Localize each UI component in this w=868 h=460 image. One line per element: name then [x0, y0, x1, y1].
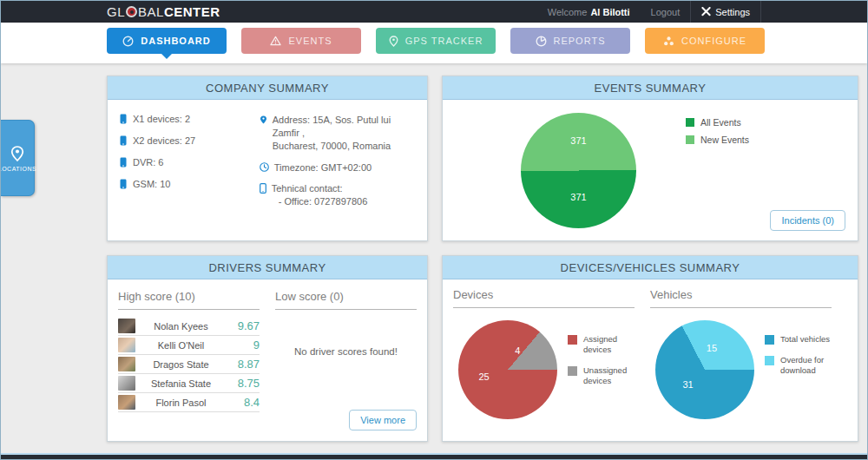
events-pie-chart: 371 371: [521, 113, 636, 228]
driver-score: 8.75: [227, 377, 260, 390]
timezone-row: Timezone: GMT+02:00: [260, 161, 417, 174]
pie-label-assigned: 25: [479, 371, 490, 382]
driver-score: 8.4: [227, 396, 260, 409]
company-summary-title: COMPANY SUMMARY: [108, 76, 427, 100]
legend-item: All Events: [686, 117, 749, 128]
pie-label-unassigned: 4: [515, 345, 520, 356]
legend-swatch: [568, 366, 577, 376]
welcome-label: Welcome: [548, 7, 588, 17]
company-summary-panel: COMPANY SUMMARY X1 devices: 2 X2 devices…: [107, 76, 428, 241]
driver-row[interactable]: Stefania State 8.75: [118, 374, 260, 393]
device-count-row: GSM: 10: [120, 179, 260, 189]
legend-label: Overdue for download: [780, 355, 834, 376]
tab-gps-tracker-label: GPS TRACKER: [405, 36, 483, 46]
driver-avatar: [118, 319, 135, 333]
device-count-row: DVR: 6: [120, 157, 260, 168]
driver-row[interactable]: Nolan Kyees 9.67: [118, 317, 260, 336]
smartphone-icon: [120, 157, 127, 168]
devices-section: Devices 4 25 Assigned devices Unassigned…: [453, 288, 650, 419]
footer-dark-strip: [1, 455, 867, 459]
driver-name: Kelli O'Neil: [135, 340, 227, 351]
tab-configure-label: CONFIGURE: [681, 36, 746, 46]
driver-row[interactable]: Kelli O'Neil 9: [118, 336, 260, 355]
wrench-icon: [701, 7, 711, 16]
smartphone-icon: [120, 135, 127, 146]
logout-button[interactable]: Logout: [641, 1, 691, 23]
device-count-label: X1 devices: 2: [133, 114, 190, 124]
tab-gps-tracker[interactable]: GPS TRACKER: [376, 28, 496, 54]
legend-item: Assigned devices: [568, 334, 637, 355]
legend-swatch: [568, 335, 577, 345]
driver-score: 8.87: [227, 358, 260, 371]
legend-label: Unassigned devices: [583, 365, 637, 386]
pie-label-all-events: 371: [570, 192, 586, 202]
pie-label-new-events: 371: [570, 135, 586, 146]
company-contact-info: Address: 15A, Sos. Putul lui Zamfir ,Buc…: [260, 114, 417, 217]
clock-icon: [260, 162, 269, 172]
low-score-heading: Low score (0): [275, 290, 417, 310]
view-more-button[interactable]: View more: [349, 410, 417, 430]
contact-row: Tehnical contact:- Office: 0727897806: [260, 182, 417, 208]
legend-label: All Events: [700, 117, 741, 128]
devices-vehicles-summary-panel: DEVICES/VEHICLES SUMMARY Devices 4 25 As…: [442, 255, 858, 442]
driver-name: Dragos State: [135, 359, 227, 370]
drivers-summary-body: High score (10) Nolan Kyees 9.67 Kelli O…: [108, 279, 427, 414]
timezone-text: Timezone: GMT+02:00: [274, 161, 372, 174]
location-pin-icon: [10, 145, 24, 162]
pie-label-total: 31: [682, 379, 693, 390]
settings-label: Settings: [715, 7, 750, 17]
events-summary-panel: EVENTS SUMMARY 371 371 All Events New Ev…: [442, 76, 858, 241]
drivers-summary-title: DRIVERS SUMMARY: [108, 256, 427, 279]
devices-pie-chart: 4 25: [458, 320, 557, 419]
tab-events[interactable]: EVENTS: [241, 28, 361, 54]
logo-target-icon: [126, 6, 137, 17]
legend-item: Overdue for download: [765, 355, 834, 376]
driver-score: 9.67: [227, 319, 260, 332]
device-count-row: X1 devices: 2: [120, 114, 260, 124]
welcome-text: Welcome Al Bilotti: [537, 1, 641, 23]
tab-dashboard-label: DASHBOARD: [141, 36, 211, 46]
driver-avatar: [118, 376, 135, 391]
warning-triangle-icon: [270, 36, 281, 46]
high-score-heading: High score (10): [118, 290, 260, 310]
low-score-column: Low score (0) No driver scores found!: [275, 290, 417, 414]
tab-reports[interactable]: REPORTS: [510, 28, 630, 54]
pie-label-overdue: 15: [707, 343, 717, 353]
logo-text-mid: BAL: [138, 4, 164, 19]
tab-configure[interactable]: CONFIGURE: [645, 28, 765, 54]
username: Al Bilotti: [590, 7, 629, 17]
phone-icon: [260, 183, 266, 194]
device-count-label: X2 devices: 27: [133, 135, 195, 146]
smartphone-icon: [120, 179, 127, 189]
logo-text-bold: CENTER: [164, 4, 220, 19]
driver-row[interactable]: Dragos State 8.87: [118, 355, 260, 374]
vehicles-heading: Vehicles: [650, 288, 832, 308]
driver-row[interactable]: Florin Pasol 8.4: [118, 393, 260, 412]
settings-button[interactable]: Settings: [690, 1, 761, 23]
device-count-label: DVR: 6: [133, 157, 163, 168]
device-count-label: GSM: 10: [133, 179, 170, 189]
high-score-column: High score (10) Nolan Kyees 9.67 Kelli O…: [118, 290, 260, 414]
tab-dashboard[interactable]: DASHBOARD: [107, 28, 227, 54]
legend-swatch: [765, 335, 774, 345]
map-pin-icon: [389, 36, 398, 47]
drivers-summary-panel: DRIVERS SUMMARY High score (10) Nolan Ky…: [107, 255, 428, 442]
legend-item: Unassigned devices: [568, 365, 637, 386]
driver-name: Florin Pasol: [135, 398, 227, 408]
legend-label: Total vehicles: [780, 334, 834, 345]
legend-item: Total vehicles: [765, 334, 834, 345]
vehicles-legend: Total vehicles Overdue for download: [765, 334, 834, 419]
locations-tab-label: LOCATIONS: [0, 166, 36, 172]
main-navigation: DASHBOARD EVENTS GPS TRACKER REPORTS CON…: [1, 23, 867, 63]
legend-swatch: [686, 135, 694, 144]
incidents-button[interactable]: Incidents (0): [770, 210, 845, 231]
devices-heading: Devices: [453, 288, 635, 308]
locations-side-tab[interactable]: LOCATIONS: [1, 120, 35, 196]
no-scores-message: No driver scores found!: [275, 346, 417, 357]
pie-icon: [536, 36, 547, 47]
events-summary-title: EVENTS SUMMARY: [443, 76, 858, 100]
devices-legend: Assigned devices Unassigned devices: [568, 334, 637, 419]
driver-avatar: [118, 338, 135, 352]
devices-vehicles-title: DEVICES/VEHICLES SUMMARY: [443, 256, 858, 279]
logo-text-pre: GL: [107, 4, 125, 19]
